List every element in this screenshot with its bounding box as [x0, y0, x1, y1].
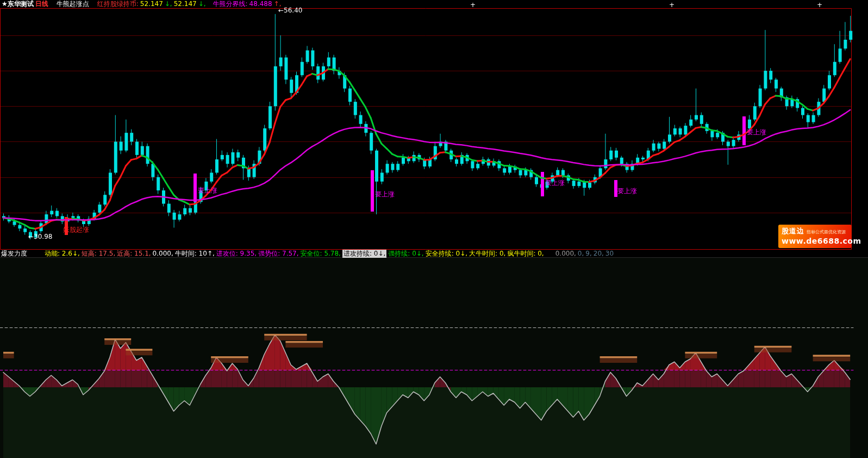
header-item: ★东华测试: [2, 0, 34, 8]
header-item: 强持续: 0↓,: [388, 250, 423, 258]
header-item: ↑,: [274, 0, 282, 8]
header-item: 安全持续: 0↓,: [426, 250, 467, 258]
header-item: ↓,: [165, 0, 172, 8]
watermark-brand: 股道边: [782, 226, 804, 236]
header-item: 短高: 17.5,: [82, 250, 115, 258]
header-item: 9,: [585, 250, 591, 258]
header-item: 0.000,: [555, 250, 576, 258]
header-item: 牛熊起涨点: [57, 0, 89, 8]
header-item: 牛熊分界线:: [213, 0, 248, 8]
header-item: 20,: [594, 250, 604, 258]
header-item: 0.000,: [153, 250, 173, 258]
header-item: 30: [605, 250, 614, 258]
main-chart-header: ★东华测试日线牛熊起涨点红持股绿持币:52.147↓,52.147↓,牛熊分界线…: [0, 0, 283, 8]
watermark-badge: 股道边 指标公式最优化资源 www.de6688.com: [778, 225, 852, 248]
header-item: 强势位: 7.57,: [258, 250, 298, 258]
header-item: 52.147: [140, 0, 163, 8]
header-item: ↓,: [198, 0, 206, 8]
header-item: 0,: [578, 250, 584, 258]
watermark-url: www.de6688.com: [782, 237, 848, 245]
header-item: 大牛时间: 0,: [469, 250, 505, 258]
header-item: 牛时间: 10↑,: [175, 250, 215, 258]
header-item: 红持股绿持币:: [97, 0, 139, 8]
kline-and-indicator-chart-canvas[interactable]: [0, 0, 868, 458]
watermark-row: 股道边 指标公式最优化资源: [782, 226, 848, 236]
header-item: 日线: [35, 0, 48, 8]
header-item: 疯牛时间: 0,: [507, 250, 544, 258]
indicator-panel-title[interactable]: 爆发力度: [1, 250, 27, 258]
header-item: 安全位: 5.78,: [301, 250, 341, 258]
header-item: 48.488: [249, 0, 272, 8]
header-item: 进攻持续: 0↓,: [342, 250, 386, 258]
watermark-slogan: 指标公式最优化资源: [807, 229, 846, 235]
trading-app-window: ★东华测试日线牛熊起涨点红持股绿持币:52.147↓,52.147↓,牛熊分界线…: [0, 0, 868, 458]
header-item: 近高: 15.1,: [117, 250, 151, 258]
indicator-header: 爆发力度 动能: 2.6↓,短高: 17.5,近高: 15.1,0.000,牛时…: [0, 250, 615, 258]
header-item: 进攻位: 9.35,: [216, 250, 257, 258]
header-item: 动能: 2.6↓,: [45, 250, 80, 258]
header-item: 52.147: [174, 0, 197, 8]
